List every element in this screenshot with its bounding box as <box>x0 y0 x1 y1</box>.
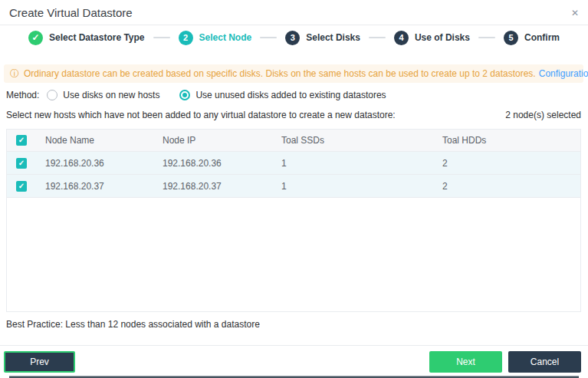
footer-actions: Prev Next Cancel <box>4 351 581 373</box>
best-practice-note: Best Practice: Less than 12 nodes associ… <box>6 319 260 330</box>
method-label: Method: <box>6 90 39 100</box>
radio-use-disks-on-new-hosts[interactable]: Use disks on new hosts <box>47 90 159 100</box>
cell-toal-hdds: 2 <box>433 158 580 169</box>
node-table: ✓ Node Name Node IP Toal SSDs Toal HDDs … <box>6 129 581 312</box>
step-select-node: 2 Select Node <box>179 31 252 45</box>
select-all-checkbox[interactable]: ✓ <box>16 135 27 146</box>
radio-option-label: Use disks on new hosts <box>63 90 159 100</box>
step-confirm: 5 Confirm <box>504 31 560 45</box>
radio-option-label: Use unused disks added to existing datas… <box>195 90 386 100</box>
step-5-label: Confirm <box>524 32 560 43</box>
step-4-number: 4 <box>394 31 409 45</box>
column-header-node-name: Node Name <box>36 135 153 146</box>
close-icon[interactable]: ✕ <box>571 7 579 19</box>
info-icon: ⓘ <box>10 67 19 81</box>
row-checkbox[interactable]: ✓ <box>16 158 27 169</box>
selected-node-count: 2 node(s) selected <box>505 110 581 120</box>
step-use-of-disks: 4 Use of Disks <box>394 31 470 45</box>
footer-divider <box>0 345 588 346</box>
step-divider <box>369 37 386 38</box>
header-checkbox-cell: ✓ <box>7 135 36 146</box>
table-header-row: ✓ Node Name Node IP Toal SSDs Toal HDDs <box>7 130 580 152</box>
radio-use-unused-disks-existing-datastores[interactable]: Use unused disks added to existing datas… <box>179 90 386 100</box>
cell-toal-ssds: 1 <box>272 158 433 169</box>
create-virtual-datastore-dialog: Create Virtual Datastore ✕ ✓ Select Data… <box>0 0 588 378</box>
wizard-stepper: ✓ Select Datastore Type 2 Select Node 3 … <box>0 28 588 48</box>
step-3-label: Select Disks <box>306 32 360 43</box>
cell-node-ip: 192.168.20.36 <box>153 158 272 169</box>
row-checkbox-cell: ✓ <box>7 158 36 169</box>
step-3-number: 3 <box>285 31 300 45</box>
row-checkbox[interactable]: ✓ <box>16 181 27 192</box>
cancel-button[interactable]: Cancel <box>508 351 581 373</box>
table-row[interactable]: ✓ 192.168.20.37 192.168.20.37 1 2 <box>7 175 580 198</box>
step-4-label: Use of Disks <box>415 32 470 43</box>
row-checkbox-cell: ✓ <box>7 181 36 192</box>
dialog-title: Create Virtual Datastore <box>9 6 133 19</box>
instruction-row: Select new hosts which have not been add… <box>6 110 581 120</box>
configuration-guide-link[interactable]: Configuration Guide <box>539 68 588 79</box>
cell-node-name: 192.168.20.37 <box>36 181 153 192</box>
step-5-number: 5 <box>504 31 518 45</box>
warning-banner: ⓘ Ordinary datastore can be created base… <box>4 64 583 83</box>
table-empty-area <box>7 198 580 311</box>
method-row: Method: Use disks on new hosts Use unuse… <box>6 87 406 103</box>
step-select-datastore-type: ✓ Select Datastore Type <box>28 31 145 45</box>
radio-unselected-icon[interactable] <box>47 90 57 100</box>
select-hosts-instruction: Select new hosts which have not been add… <box>6 110 396 120</box>
prev-button[interactable]: Prev <box>4 351 75 373</box>
cell-node-name: 192.168.20.36 <box>36 158 153 169</box>
step-select-disks: 3 Select Disks <box>285 31 360 45</box>
step-2-label: Select Node <box>199 32 252 43</box>
table-row[interactable]: ✓ 192.168.20.36 192.168.20.36 1 2 <box>7 152 580 175</box>
dialog-header: Create Virtual Datastore ✕ <box>0 0 588 25</box>
step-divider <box>478 37 495 38</box>
column-header-node-ip: Node IP <box>153 135 272 146</box>
next-button[interactable]: Next <box>429 351 502 373</box>
cell-toal-hdds: 2 <box>433 181 580 192</box>
cell-node-ip: 192.168.20.37 <box>153 181 272 192</box>
step-2-number: 2 <box>179 31 193 45</box>
radio-selected-icon[interactable] <box>179 90 190 100</box>
step-1-done-check-icon: ✓ <box>28 31 43 45</box>
warning-banner-text: Ordinary datastore can be created based … <box>24 68 536 79</box>
step-1-label: Select Datastore Type <box>49 32 145 43</box>
column-header-toal-ssds: Toal SSDs <box>272 135 433 146</box>
step-divider <box>153 37 170 38</box>
column-header-toal-hdds: Toal HDDs <box>433 135 580 146</box>
step-divider <box>260 37 277 38</box>
cell-toal-ssds: 1 <box>272 181 433 192</box>
